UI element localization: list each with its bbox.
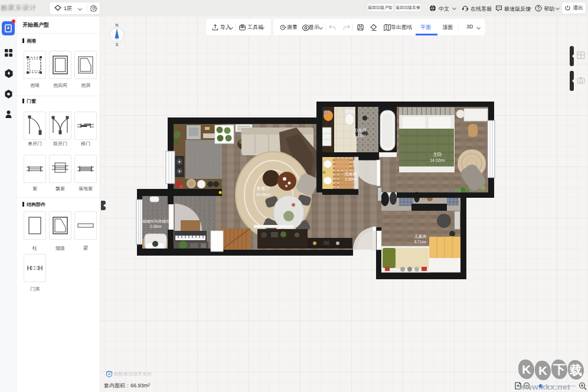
svg-text:主卧: 主卧 bbox=[433, 152, 443, 157]
svg-text:2.08m²: 2.08m² bbox=[150, 224, 162, 228]
svg-text:卫生间: 卫生间 bbox=[354, 128, 367, 133]
svg-text:儿童房: 儿童房 bbox=[414, 234, 427, 239]
svg-text:储物间与保姆区: 储物间与保姆区 bbox=[142, 219, 169, 224]
svg-text:8.71m²: 8.71m² bbox=[414, 240, 427, 244]
svg-text:33.66m²: 33.66m² bbox=[256, 192, 271, 197]
svg-text:5.13m²: 5.13m² bbox=[354, 133, 367, 138]
svg-text:客餐厅: 客餐厅 bbox=[257, 186, 270, 191]
svg-text:洗漱间: 洗漱间 bbox=[344, 172, 357, 177]
svg-text:3.36m²: 3.36m² bbox=[345, 177, 357, 181]
svg-text:14.02m²: 14.02m² bbox=[430, 158, 445, 162]
